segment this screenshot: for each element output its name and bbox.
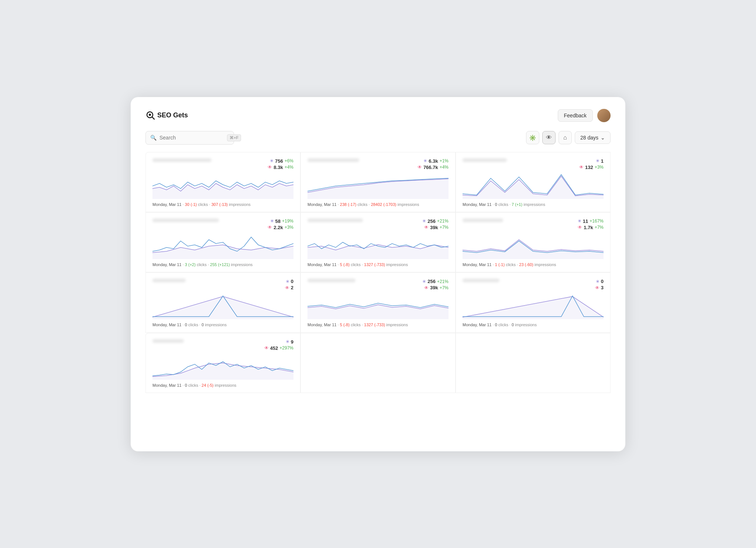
app-container: SEO Gets Feedback 🔍 ⌘+F ✳️ 👁 ⌂ 28 days ⌄… xyxy=(131,97,625,451)
impressions-value: 1.7k xyxy=(584,225,593,230)
impressions-icon: 👁 xyxy=(285,285,289,290)
card-card-6[interactable]: ✳11+167%👁1.7k+7%Monday, Mar 11 · 1 (-1) … xyxy=(456,212,611,272)
chart-svg xyxy=(307,233,449,259)
clicks-value: 1 xyxy=(601,158,604,164)
toolbar: 🔍 ⌘+F ✳️ 👁 ⌂ 28 days ⌄ xyxy=(145,131,611,145)
clicks-change: +21% xyxy=(437,218,449,224)
impressions-value: 452 xyxy=(270,345,278,351)
clicks-icon: ✳ xyxy=(596,279,599,284)
impressions-icon: 👁 xyxy=(424,285,429,290)
clicks-change: +1% xyxy=(440,158,449,163)
chart-svg xyxy=(152,354,293,380)
search-shortcut: ⌘+F xyxy=(227,134,241,141)
impressions-icon: 👁 xyxy=(268,165,272,170)
clicks-value: 6.3k xyxy=(429,158,438,164)
impressions-icon: 👁 xyxy=(595,285,599,290)
logo: SEO Gets xyxy=(145,110,188,121)
clicks-icon: ✳ xyxy=(596,158,599,163)
impressions-value: 2.2k xyxy=(274,225,283,230)
impressions-value: 39k xyxy=(430,225,438,230)
chevron-down-icon: ⌄ xyxy=(601,135,605,141)
card-title xyxy=(152,279,186,282)
clicks-change: +19% xyxy=(282,218,293,224)
card-footer: Monday, Mar 11 · 0 clicks · 24 (-5) impr… xyxy=(152,383,293,388)
days-selector[interactable]: 28 days ⌄ xyxy=(575,131,611,144)
card-card-2[interactable]: ✳6.3k+1%👁766.7k+4%Monday, Mar 11 · 238 (… xyxy=(300,152,456,212)
card-footer: Monday, Mar 11 · 0 clicks · 0 impression… xyxy=(152,322,293,328)
impressions-value: 8.3k xyxy=(274,165,283,170)
header: SEO Gets Feedback xyxy=(145,109,611,122)
chart-svg xyxy=(463,233,604,259)
search-input[interactable] xyxy=(159,135,224,141)
avatar-image xyxy=(597,109,611,122)
logo-text: SEO Gets xyxy=(157,111,188,119)
impressions-change: +3% xyxy=(285,225,293,230)
clicks-icon: ✳ xyxy=(286,279,289,284)
avatar xyxy=(597,109,611,122)
clicks-change: +167% xyxy=(590,218,604,224)
card-title xyxy=(152,339,184,343)
card-footer: Monday, Mar 11 · 1 (-1) clicks · 23 (-60… xyxy=(463,262,604,268)
card-footer: Monday, Mar 11 · 3 (+2) clicks · 255 (+1… xyxy=(152,262,293,268)
card-card-9[interactable]: ✳0👁3Monday, Mar 11 · 0 clicks · 0 impres… xyxy=(456,272,611,332)
card-title xyxy=(463,279,499,282)
clicks-icon: ✳ xyxy=(286,339,289,344)
logo-icon xyxy=(145,110,156,121)
card-footer: Monday, Mar 11 · 5 (-8) clicks · 1327 (-… xyxy=(307,322,449,328)
eye-icon-btn[interactable]: 👁 xyxy=(542,131,556,144)
card-footer: Monday, Mar 11 · 0 clicks · 7 (+1) impre… xyxy=(463,202,604,207)
card-card-10[interactable]: ✳9👁452+297%Monday, Mar 11 · 0 clicks · 2… xyxy=(145,333,300,393)
card-card-7[interactable]: ✳0👁2Monday, Mar 11 · 0 clicks · 0 impres… xyxy=(145,272,300,332)
clicks-change: +21% xyxy=(437,279,449,284)
cards-grid: ✳756+6%👁8.3k+4%Monday, Mar 11 · 30 (-1) … xyxy=(145,152,611,393)
header-right: Feedback xyxy=(558,109,611,122)
card-card-5[interactable]: ✳256+21%👁39k+7%Monday, Mar 11 · 5 (-8) c… xyxy=(300,212,456,272)
clicks-value: 0 xyxy=(601,279,604,284)
impressions-icon: 👁 xyxy=(578,225,582,230)
feedback-button[interactable]: Feedback xyxy=(558,109,593,122)
chart-svg xyxy=(152,173,293,199)
clicks-value: 11 xyxy=(583,218,588,224)
chart-svg xyxy=(463,173,604,199)
impressions-value: 2 xyxy=(291,285,293,290)
impressions-icon: 👁 xyxy=(268,225,272,230)
home-icon-btn[interactable]: ⌂ xyxy=(559,131,572,144)
clicks-change: +6% xyxy=(285,158,293,163)
impressions-icon: 👁 xyxy=(264,345,269,351)
svg-point-1 xyxy=(149,114,151,116)
card-title xyxy=(307,158,359,162)
clicks-icon: ✳ xyxy=(423,158,427,163)
card-title xyxy=(307,279,355,282)
impressions-value: 132 xyxy=(585,165,593,170)
card-card-1[interactable]: ✳756+6%👁8.3k+4%Monday, Mar 11 · 30 (-1) … xyxy=(145,152,300,212)
chart-svg xyxy=(152,293,293,319)
impressions-value: 39k xyxy=(430,285,438,290)
toolbar-right: ✳️ 👁 ⌂ 28 days ⌄ xyxy=(526,131,611,144)
impressions-change: +7% xyxy=(595,225,604,230)
card-footer: Monday, Mar 11 · 30 (-1) clicks · 307 (-… xyxy=(152,202,293,207)
clicks-value: 58 xyxy=(275,218,281,224)
card-card-8[interactable]: ✳256+21%👁39k+7%Monday, Mar 11 · 5 (-8) c… xyxy=(300,272,456,332)
clicks-icon: ✳ xyxy=(422,218,426,224)
card-title xyxy=(152,218,219,222)
clicks-value: 756 xyxy=(275,158,283,164)
clicks-value: 9 xyxy=(291,339,293,345)
impressions-change: +7% xyxy=(440,225,449,230)
card-footer: Monday, Mar 11 · 0 clicks · 0 impression… xyxy=(463,322,604,328)
clicks-icon: ✳ xyxy=(270,158,274,163)
card-title xyxy=(463,218,503,222)
clicks-value: 256 xyxy=(427,218,436,224)
card-footer: Monday, Mar 11 · 238 (-17) clicks · 2840… xyxy=(307,202,449,207)
card-title xyxy=(307,218,363,222)
card-card-4[interactable]: ✳58+19%👁2.2k+3%Monday, Mar 11 · 3 (+2) c… xyxy=(145,212,300,272)
impressions-change: +4% xyxy=(285,165,293,170)
chart-svg xyxy=(307,293,449,319)
card-footer: Monday, Mar 11 · 5 (-8) clicks · 1327 (-… xyxy=(307,262,449,268)
sparkle-icon-btn[interactable]: ✳️ xyxy=(526,131,539,144)
chart-svg xyxy=(307,173,449,199)
card-card-3[interactable]: ✳1👁132+3%Monday, Mar 11 · 0 clicks · 7 (… xyxy=(456,152,611,212)
search-icon: 🔍 xyxy=(150,135,157,141)
search-box[interactable]: 🔍 ⌘+F xyxy=(145,131,234,145)
card-title xyxy=(463,158,507,162)
impressions-value: 766.7k xyxy=(423,165,438,170)
